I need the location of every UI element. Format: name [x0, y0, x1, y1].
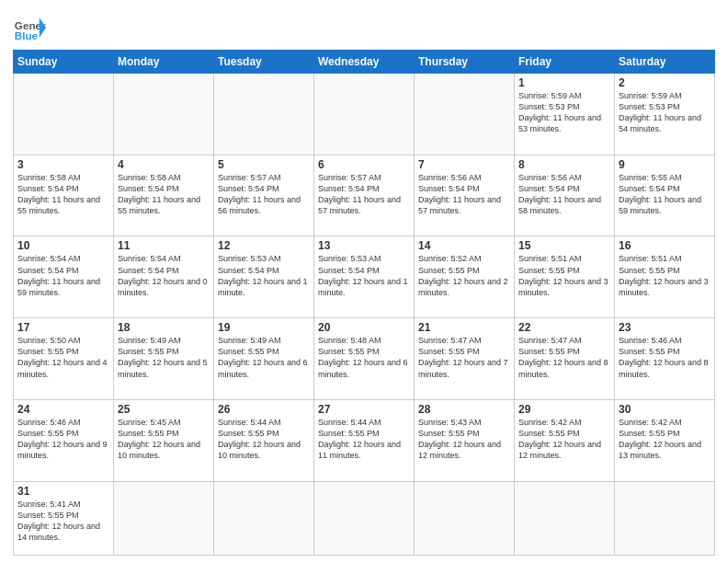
calendar-cell: 3Sunrise: 5:58 AM Sunset: 5:54 PM Daylig… — [14, 155, 114, 236]
day-number: 28 — [418, 403, 510, 416]
calendar-cell — [214, 481, 314, 555]
calendar-cell: 16Sunrise: 5:51 AM Sunset: 5:55 PM Dayli… — [615, 236, 715, 318]
day-number: 9 — [619, 158, 711, 171]
day-number: 14 — [418, 239, 510, 252]
day-number: 15 — [518, 239, 610, 252]
day-info: Sunrise: 5:46 AM Sunset: 5:55 PM Dayligh… — [619, 335, 711, 380]
calendar-cell: 27Sunrise: 5:44 AM Sunset: 5:55 PM Dayli… — [314, 399, 415, 481]
calendar-cell: 15Sunrise: 5:51 AM Sunset: 5:55 PM Dayli… — [515, 236, 615, 318]
logo: General Blue — [13, 11, 46, 44]
day-info: Sunrise: 5:42 AM Sunset: 5:55 PM Dayligh… — [619, 417, 711, 462]
calendar-cell: 12Sunrise: 5:53 AM Sunset: 5:54 PM Dayli… — [214, 236, 314, 318]
calendar-cell: 8Sunrise: 5:56 AM Sunset: 5:54 PM Daylig… — [515, 155, 615, 236]
day-info: Sunrise: 5:54 AM Sunset: 5:54 PM Dayligh… — [17, 253, 109, 298]
calendar-cell: 26Sunrise: 5:44 AM Sunset: 5:55 PM Dayli… — [214, 399, 314, 481]
day-info: Sunrise: 5:56 AM Sunset: 5:54 PM Dayligh… — [518, 172, 610, 217]
day-number: 12 — [218, 239, 310, 252]
day-info: Sunrise: 5:44 AM Sunset: 5:55 PM Dayligh… — [218, 417, 310, 462]
day-number: 6 — [318, 158, 410, 171]
day-info: Sunrise: 5:59 AM Sunset: 5:53 PM Dayligh… — [619, 90, 711, 135]
day-number: 29 — [518, 403, 610, 416]
day-info: Sunrise: 5:58 AM Sunset: 5:54 PM Dayligh… — [17, 172, 109, 217]
day-info: Sunrise: 5:57 AM Sunset: 5:54 PM Dayligh… — [318, 172, 410, 217]
day-info: Sunrise: 5:57 AM Sunset: 5:54 PM Dayligh… — [218, 172, 310, 217]
calendar-cell: 7Sunrise: 5:56 AM Sunset: 5:54 PM Daylig… — [415, 155, 515, 236]
calendar-cell: 10Sunrise: 5:54 AM Sunset: 5:54 PM Dayli… — [14, 236, 114, 318]
day-number: 24 — [17, 403, 109, 416]
day-info: Sunrise: 5:53 AM Sunset: 5:54 PM Dayligh… — [218, 253, 310, 298]
header: General Blue — [13, 11, 715, 44]
day-info: Sunrise: 5:49 AM Sunset: 5:55 PM Dayligh… — [218, 335, 310, 380]
calendar-cell — [415, 481, 515, 555]
day-number: 21 — [418, 321, 510, 334]
calendar-cell: 11Sunrise: 5:54 AM Sunset: 5:54 PM Dayli… — [114, 236, 214, 318]
calendar-row: 10Sunrise: 5:54 AM Sunset: 5:54 PM Dayli… — [14, 236, 715, 318]
day-number: 10 — [17, 239, 109, 252]
calendar-row: 31Sunrise: 5:41 AM Sunset: 5:55 PM Dayli… — [14, 481, 715, 555]
calendar-cell — [114, 74, 214, 155]
day-info: Sunrise: 5:41 AM Sunset: 5:55 PM Dayligh… — [17, 499, 109, 544]
day-info: Sunrise: 5:52 AM Sunset: 5:55 PM Dayligh… — [418, 253, 510, 298]
day-info: Sunrise: 5:46 AM Sunset: 5:55 PM Dayligh… — [17, 417, 109, 462]
day-number: 8 — [518, 158, 610, 171]
day-number: 18 — [118, 321, 210, 334]
page: General Blue SundayMondayTuesdayWednesda… — [0, 0, 728, 563]
calendar-cell: 18Sunrise: 5:49 AM Sunset: 5:55 PM Dayli… — [114, 318, 214, 400]
calendar-cell: 28Sunrise: 5:43 AM Sunset: 5:55 PM Dayli… — [415, 399, 515, 481]
calendar-cell: 23Sunrise: 5:46 AM Sunset: 5:55 PM Dayli… — [615, 318, 715, 400]
calendar-row: 24Sunrise: 5:46 AM Sunset: 5:55 PM Dayli… — [14, 399, 715, 481]
calendar-cell — [314, 481, 415, 555]
calendar-cell — [314, 74, 415, 155]
day-number: 27 — [318, 403, 410, 416]
calendar-cell — [214, 74, 314, 155]
weekday-header: Sunday — [14, 51, 114, 74]
day-info: Sunrise: 5:53 AM Sunset: 5:54 PM Dayligh… — [318, 253, 410, 298]
day-number: 4 — [118, 158, 210, 171]
calendar-cell: 2Sunrise: 5:59 AM Sunset: 5:53 PM Daylig… — [615, 74, 715, 155]
calendar-cell: 24Sunrise: 5:46 AM Sunset: 5:55 PM Dayli… — [14, 399, 114, 481]
calendar-cell — [114, 481, 214, 555]
day-info: Sunrise: 5:49 AM Sunset: 5:55 PM Dayligh… — [118, 335, 210, 380]
day-info: Sunrise: 5:55 AM Sunset: 5:54 PM Dayligh… — [619, 172, 711, 217]
day-info: Sunrise: 5:47 AM Sunset: 5:55 PM Dayligh… — [518, 335, 610, 380]
calendar-cell: 1Sunrise: 5:59 AM Sunset: 5:53 PM Daylig… — [515, 74, 615, 155]
day-number: 2 — [619, 76, 711, 89]
day-number: 22 — [518, 321, 610, 334]
calendar-cell: 30Sunrise: 5:42 AM Sunset: 5:55 PM Dayli… — [615, 399, 715, 481]
calendar-row: 3Sunrise: 5:58 AM Sunset: 5:54 PM Daylig… — [14, 155, 715, 236]
calendar-cell: 31Sunrise: 5:41 AM Sunset: 5:55 PM Dayli… — [14, 481, 114, 555]
day-info: Sunrise: 5:48 AM Sunset: 5:55 PM Dayligh… — [318, 335, 410, 380]
weekday-header: Monday — [114, 51, 214, 74]
calendar-cell: 22Sunrise: 5:47 AM Sunset: 5:55 PM Dayli… — [515, 318, 615, 400]
day-info: Sunrise: 5:42 AM Sunset: 5:55 PM Dayligh… — [518, 417, 610, 462]
day-number: 26 — [218, 403, 310, 416]
day-info: Sunrise: 5:51 AM Sunset: 5:55 PM Dayligh… — [518, 253, 610, 298]
calendar-cell: 21Sunrise: 5:47 AM Sunset: 5:55 PM Dayli… — [415, 318, 515, 400]
weekday-header-row: SundayMondayTuesdayWednesdayThursdayFrid… — [14, 51, 715, 74]
calendar-cell — [615, 481, 715, 555]
day-number: 1 — [518, 76, 610, 89]
calendar-cell — [14, 74, 114, 155]
day-number: 23 — [619, 321, 711, 334]
day-number: 13 — [318, 239, 410, 252]
calendar-table: SundayMondayTuesdayWednesdayThursdayFrid… — [13, 50, 715, 556]
weekday-header: Thursday — [415, 51, 515, 74]
weekday-header: Saturday — [615, 51, 715, 74]
calendar-cell: 19Sunrise: 5:49 AM Sunset: 5:55 PM Dayli… — [214, 318, 314, 400]
day-info: Sunrise: 5:56 AM Sunset: 5:54 PM Dayligh… — [418, 172, 510, 217]
day-number: 17 — [17, 321, 109, 334]
day-info: Sunrise: 5:59 AM Sunset: 5:53 PM Dayligh… — [518, 90, 610, 135]
calendar-cell: 4Sunrise: 5:58 AM Sunset: 5:54 PM Daylig… — [114, 155, 214, 236]
day-info: Sunrise: 5:47 AM Sunset: 5:55 PM Dayligh… — [418, 335, 510, 380]
calendar-row: 1Sunrise: 5:59 AM Sunset: 5:53 PM Daylig… — [14, 74, 715, 155]
svg-text:Blue: Blue — [15, 29, 39, 41]
calendar-cell — [515, 481, 615, 555]
day-info: Sunrise: 5:50 AM Sunset: 5:55 PM Dayligh… — [17, 335, 109, 380]
calendar-cell: 29Sunrise: 5:42 AM Sunset: 5:55 PM Dayli… — [515, 399, 615, 481]
day-number: 25 — [118, 403, 210, 416]
day-number: 31 — [17, 485, 109, 498]
day-info: Sunrise: 5:54 AM Sunset: 5:54 PM Dayligh… — [118, 253, 210, 298]
day-info: Sunrise: 5:44 AM Sunset: 5:55 PM Dayligh… — [318, 417, 410, 462]
day-number: 3 — [17, 158, 109, 171]
calendar-cell: 9Sunrise: 5:55 AM Sunset: 5:54 PM Daylig… — [615, 155, 715, 236]
